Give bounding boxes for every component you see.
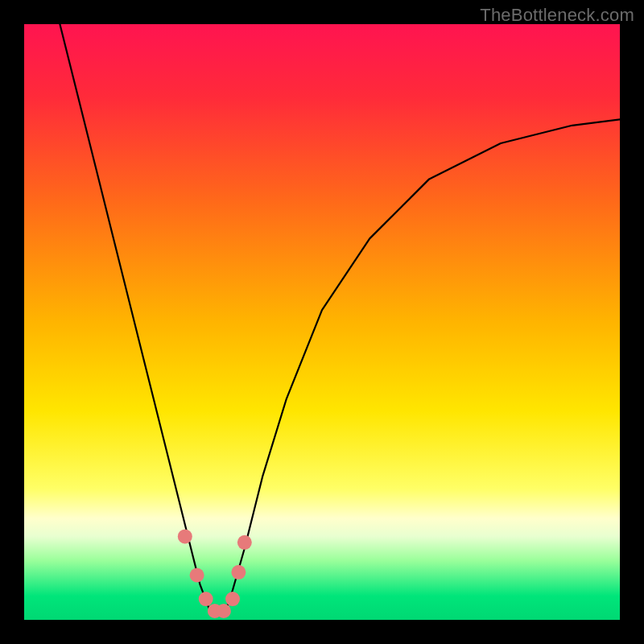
highlight-point [190, 568, 204, 583]
highlight-point [217, 604, 231, 618]
highlight-point [237, 535, 252, 550]
highlight-point [199, 592, 213, 606]
watermark-text: TheBottleneck.com [480, 5, 634, 26]
highlight-point [231, 565, 246, 580]
highlight-point [178, 529, 192, 543]
chart-frame [24, 24, 620, 620]
highlight-point [225, 592, 240, 606]
chart-background [24, 24, 620, 620]
bottleneck-chart [24, 24, 620, 620]
